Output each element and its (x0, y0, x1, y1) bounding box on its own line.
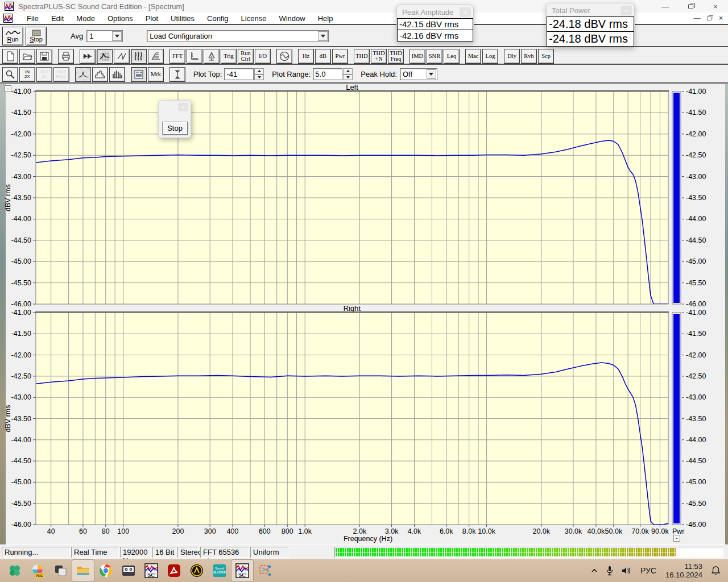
thd-button[interactable]: THD (354, 49, 370, 64)
peak-hold-combo[interactable]: Off (400, 68, 437, 80)
spectrogram-view-button[interactable] (131, 49, 147, 64)
reverb-button[interactable]: Rvb (521, 49, 537, 64)
menu-license[interactable]: License (235, 13, 273, 24)
load-configuration-combo[interactable]: Load Configuration (147, 30, 329, 42)
avg-combo[interactable]: 1 (86, 30, 123, 42)
speaker-icon[interactable] (622, 566, 632, 575)
thd-n-button[interactable]: THD +N (371, 49, 387, 64)
spectrum-view-button[interactable] (97, 49, 113, 64)
new-file-button[interactable] (2, 49, 18, 64)
menu-file[interactable]: File (20, 13, 45, 24)
minimize-button[interactable]: — (653, 0, 678, 13)
plot-top-spinner[interactable] (254, 68, 264, 80)
stop-button[interactable]: Stop (26, 27, 47, 45)
units-pwr-button[interactable]: Pwr (332, 49, 348, 64)
run-button[interactable]: Run (2, 27, 23, 45)
svg-text:-42.00: -42.00 (11, 130, 31, 138)
child-close-button[interactable]: × (715, 13, 727, 23)
restore-button[interactable] (678, 0, 703, 13)
range-tool-button[interactable] (169, 67, 185, 82)
microphone-icon[interactable] (606, 566, 614, 576)
zoom-in-2x-button[interactable]: IN 2X (19, 67, 35, 82)
plot-top-input[interactable] (224, 68, 254, 80)
notification-bell-icon[interactable] (711, 566, 721, 576)
task-view-icon (53, 563, 68, 578)
svg-text:SC: SC (239, 572, 246, 578)
close-button[interactable]: × (703, 0, 728, 13)
taskbar-file-explorer[interactable] (72, 559, 94, 582)
taskbar-task-view[interactable] (49, 559, 72, 582)
save-file-button[interactable] (36, 49, 52, 64)
svg-text:200: 200 (172, 527, 184, 535)
step-plot-mode-button[interactable] (92, 67, 108, 82)
plot-range-input[interactable] (313, 68, 342, 80)
svg-text:-41.50: -41.50 (686, 330, 706, 338)
print-button[interactable] (58, 49, 74, 64)
load-configuration-arrow[interactable] (318, 31, 328, 41)
avg-combo-arrow[interactable] (112, 31, 122, 41)
markers-button[interactable]: Mrk (148, 67, 164, 82)
peak-hold-arrow[interactable] (427, 69, 436, 79)
bar-plot-mode-button[interactable] (109, 67, 125, 82)
leq-button[interactable]: Leq (444, 49, 460, 64)
total-power-close-icon[interactable]: × (621, 6, 632, 15)
time-series-view-button[interactable] (114, 49, 130, 64)
snr-button[interactable]: SNR (427, 49, 442, 64)
triggering-button[interactable]: Trig (221, 49, 237, 64)
zoom-tool-button[interactable] (2, 67, 18, 82)
mini-stop-button[interactable]: Stop (162, 122, 188, 135)
taskbar-copilot-pre[interactable]: PRE (26, 559, 49, 582)
calibration-button[interactable] (204, 49, 220, 64)
io-device-button[interactable]: I/O (255, 49, 271, 64)
stop-window-close-icon[interactable]: × (178, 103, 188, 111)
log-button[interactable]: Log (482, 49, 498, 64)
units-hz-button[interactable]: Hz (298, 49, 314, 64)
zoom-out-full-button[interactable]: OUT FULL (53, 67, 69, 82)
units-db-button[interactable]: dB (315, 49, 331, 64)
imd-button[interactable]: IMD (410, 49, 425, 64)
child-minimize-button[interactable]: — (691, 13, 703, 23)
menu-plot[interactable]: Plot (139, 13, 164, 24)
plot-range-spinner[interactable] (343, 68, 353, 80)
zoom-out-2x-button[interactable]: OUT 2X (36, 67, 52, 82)
surface-view-button[interactable] (148, 49, 164, 64)
taskbar-spectraplus-sc[interactable]: SC (140, 559, 163, 582)
svg-text:60: 60 (79, 527, 87, 535)
taskbar-recorder-app[interactable] (117, 559, 140, 582)
fast-forward-button[interactable] (80, 49, 96, 64)
scaling-button[interactable] (187, 49, 202, 64)
child-restore-button[interactable] (703, 13, 715, 23)
line-plot-mode-button[interactable] (75, 67, 91, 82)
taskbar-snipping-tool[interactable] (254, 559, 276, 582)
thd-freq-button[interactable]: THD Freq (388, 49, 404, 64)
language-indicator[interactable]: РУС (640, 566, 656, 575)
menu-mode[interactable]: Mode (70, 13, 101, 24)
hidden-icons-chevron-icon[interactable] (591, 568, 598, 573)
window-title: SpectraPLUS-SC Sound Card Edition - [Spe… (18, 2, 184, 11)
open-file-button[interactable] (19, 49, 35, 64)
new-icon (5, 51, 15, 61)
taskbar-chrome[interactable] (94, 559, 117, 582)
axis-collapse-button[interactable]: - (673, 535, 680, 542)
scope-button[interactable]: Scp (538, 49, 554, 64)
menu-config[interactable]: Config (201, 13, 235, 24)
peak-amplitude-close-icon[interactable]: × (460, 7, 471, 17)
menu-help[interactable]: Help (312, 13, 340, 24)
macro-button[interactable]: Mac (465, 49, 481, 64)
taskbar-aimp[interactable] (185, 559, 208, 582)
taskbar-acrobat[interactable] (163, 559, 185, 582)
plot-collapse-button[interactable]: - (5, 85, 11, 92)
menu-edit[interactable]: Edit (45, 13, 70, 24)
display-options-button[interactable] (131, 67, 147, 82)
fft-settings-button[interactable]: FFT (169, 49, 185, 64)
taskbar-spectraplus-sc-2[interactable]: SC (231, 559, 254, 582)
taskbar-sound-blaster[interactable]: SoundBLASTER (208, 559, 231, 582)
taskbar-clover-app[interactable] (3, 559, 26, 582)
delay-button[interactable]: Dly (504, 49, 520, 64)
signal-generator-button[interactable] (276, 49, 292, 64)
menu-options[interactable]: Options (101, 13, 139, 24)
run-control-button[interactable]: Run Ctrl (238, 49, 254, 64)
clock[interactable]: 11:53 16.10.2024 (665, 562, 702, 579)
menu-utilities[interactable]: Utilities (164, 13, 201, 24)
menu-window[interactable]: Window (272, 13, 311, 24)
